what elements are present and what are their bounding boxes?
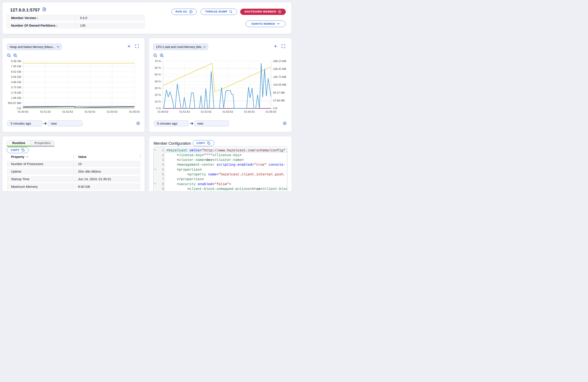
svg-text:0 %: 0 % [156,107,161,110]
svg-text:190.73 MB: 190.73 MB [273,75,286,78]
svg-text:2.79 GB: 2.79 GB [11,91,21,94]
svg-text:95.37 MB: 95.37 MB [273,91,285,94]
svg-text:10 %: 10 % [155,100,161,103]
svg-text:238.42 MB: 238.42 MB [273,67,286,70]
svg-text:01:53:53: 01:53:53 [84,110,95,113]
svg-text:7.45 GB: 7.45 GB [11,65,21,68]
svg-text:40 %: 40 % [155,80,161,83]
svg-text:01:53:53: 01:53:53 [222,110,233,113]
svg-text:01:52:53: 01:52:53 [201,110,211,113]
svg-text:6.52 GB: 6.52 GB [11,70,21,73]
svg-text:47.68 MB: 47.68 MB [273,99,285,102]
svg-text:143.05 MB: 143.05 MB [273,83,286,86]
svg-text:01:55:53: 01:55:53 [129,110,140,113]
svg-text:01:51:53: 01:51:53 [40,110,51,113]
svg-text:60 %: 60 % [155,67,161,69]
svg-text:30 %: 30 % [155,87,161,90]
svg-text:0 B: 0 B [273,107,277,110]
svg-text:01:52:53: 01:52:53 [62,110,73,113]
svg-text:70 %: 70 % [155,60,161,63]
svg-text:1.86 GB: 1.86 GB [11,96,21,99]
svg-text:50 %: 50 % [155,73,161,76]
svg-text:5.59 GB: 5.59 GB [11,75,21,78]
svg-text:20 %: 20 % [155,93,161,96]
svg-text:0 B: 0 B [17,107,21,110]
svg-text:01:54:53: 01:54:53 [244,110,254,113]
svg-text:01:55:53: 01:55:53 [265,110,276,113]
svg-text:8.38 GB: 8.38 GB [11,60,21,63]
svg-text:01:50:53: 01:50:53 [158,110,168,113]
svg-text:4.66 GB: 4.66 GB [11,81,21,84]
svg-text:01:51:53: 01:51:53 [179,110,190,113]
svg-text:286.10 MB: 286.10 MB [273,60,286,63]
svg-text:01:54:53: 01:54:53 [107,110,117,113]
svg-text:953.67 MB: 953.67 MB [8,102,21,105]
svg-text:3.73 GB: 3.73 GB [11,86,21,89]
svg-text:01:50:53: 01:50:53 [18,110,28,113]
